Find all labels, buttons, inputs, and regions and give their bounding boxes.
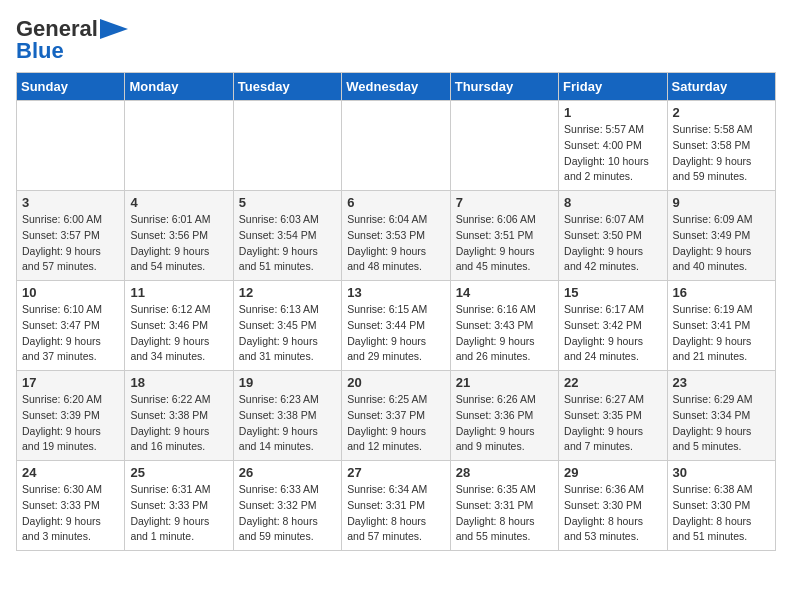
day-number: 14 xyxy=(456,285,553,300)
calendar-cell xyxy=(17,101,125,191)
day-info: Sunrise: 6:00 AM Sunset: 3:57 PM Dayligh… xyxy=(22,212,119,275)
day-number: 26 xyxy=(239,465,336,480)
day-info: Sunrise: 6:30 AM Sunset: 3:33 PM Dayligh… xyxy=(22,482,119,545)
day-info: Sunrise: 6:31 AM Sunset: 3:33 PM Dayligh… xyxy=(130,482,227,545)
calendar-cell: 21Sunrise: 6:26 AM Sunset: 3:36 PM Dayli… xyxy=(450,371,558,461)
calendar-cell: 2Sunrise: 5:58 AM Sunset: 3:58 PM Daylig… xyxy=(667,101,775,191)
calendar-cell: 24Sunrise: 6:30 AM Sunset: 3:33 PM Dayli… xyxy=(17,461,125,551)
day-info: Sunrise: 6:20 AM Sunset: 3:39 PM Dayligh… xyxy=(22,392,119,455)
calendar-cell: 17Sunrise: 6:20 AM Sunset: 3:39 PM Dayli… xyxy=(17,371,125,461)
week-row-0: 1Sunrise: 5:57 AM Sunset: 4:00 PM Daylig… xyxy=(17,101,776,191)
day-number: 2 xyxy=(673,105,770,120)
day-number: 4 xyxy=(130,195,227,210)
calendar-cell: 4Sunrise: 6:01 AM Sunset: 3:56 PM Daylig… xyxy=(125,191,233,281)
day-info: Sunrise: 6:27 AM Sunset: 3:35 PM Dayligh… xyxy=(564,392,661,455)
day-info: Sunrise: 6:07 AM Sunset: 3:50 PM Dayligh… xyxy=(564,212,661,275)
calendar-table: SundayMondayTuesdayWednesdayThursdayFrid… xyxy=(16,72,776,551)
calendar-cell: 13Sunrise: 6:15 AM Sunset: 3:44 PM Dayli… xyxy=(342,281,450,371)
calendar-cell: 29Sunrise: 6:36 AM Sunset: 3:30 PM Dayli… xyxy=(559,461,667,551)
day-number: 22 xyxy=(564,375,661,390)
calendar-cell: 16Sunrise: 6:19 AM Sunset: 3:41 PM Dayli… xyxy=(667,281,775,371)
calendar-cell: 22Sunrise: 6:27 AM Sunset: 3:35 PM Dayli… xyxy=(559,371,667,461)
day-info: Sunrise: 6:19 AM Sunset: 3:41 PM Dayligh… xyxy=(673,302,770,365)
day-number: 20 xyxy=(347,375,444,390)
day-info: Sunrise: 6:17 AM Sunset: 3:42 PM Dayligh… xyxy=(564,302,661,365)
day-info: Sunrise: 5:58 AM Sunset: 3:58 PM Dayligh… xyxy=(673,122,770,185)
calendar-cell: 18Sunrise: 6:22 AM Sunset: 3:38 PM Dayli… xyxy=(125,371,233,461)
weekday-sunday: Sunday xyxy=(17,73,125,101)
calendar-cell xyxy=(342,101,450,191)
calendar-cell: 19Sunrise: 6:23 AM Sunset: 3:38 PM Dayli… xyxy=(233,371,341,461)
day-info: Sunrise: 6:23 AM Sunset: 3:38 PM Dayligh… xyxy=(239,392,336,455)
week-row-2: 10Sunrise: 6:10 AM Sunset: 3:47 PM Dayli… xyxy=(17,281,776,371)
day-number: 13 xyxy=(347,285,444,300)
day-info: Sunrise: 6:13 AM Sunset: 3:45 PM Dayligh… xyxy=(239,302,336,365)
day-number: 7 xyxy=(456,195,553,210)
calendar-cell: 23Sunrise: 6:29 AM Sunset: 3:34 PM Dayli… xyxy=(667,371,775,461)
day-info: Sunrise: 6:10 AM Sunset: 3:47 PM Dayligh… xyxy=(22,302,119,365)
day-number: 9 xyxy=(673,195,770,210)
calendar-cell: 28Sunrise: 6:35 AM Sunset: 3:31 PM Dayli… xyxy=(450,461,558,551)
calendar-cell: 27Sunrise: 6:34 AM Sunset: 3:31 PM Dayli… xyxy=(342,461,450,551)
day-info: Sunrise: 6:15 AM Sunset: 3:44 PM Dayligh… xyxy=(347,302,444,365)
calendar-cell: 8Sunrise: 6:07 AM Sunset: 3:50 PM Daylig… xyxy=(559,191,667,281)
day-number: 27 xyxy=(347,465,444,480)
day-number: 17 xyxy=(22,375,119,390)
week-row-4: 24Sunrise: 6:30 AM Sunset: 3:33 PM Dayli… xyxy=(17,461,776,551)
calendar-cell: 10Sunrise: 6:10 AM Sunset: 3:47 PM Dayli… xyxy=(17,281,125,371)
logo: General Blue xyxy=(16,16,128,64)
day-info: Sunrise: 6:33 AM Sunset: 3:32 PM Dayligh… xyxy=(239,482,336,545)
calendar-cell: 12Sunrise: 6:13 AM Sunset: 3:45 PM Dayli… xyxy=(233,281,341,371)
calendar-cell xyxy=(125,101,233,191)
day-number: 21 xyxy=(456,375,553,390)
day-number: 18 xyxy=(130,375,227,390)
day-info: Sunrise: 6:12 AM Sunset: 3:46 PM Dayligh… xyxy=(130,302,227,365)
calendar-cell: 15Sunrise: 6:17 AM Sunset: 3:42 PM Dayli… xyxy=(559,281,667,371)
week-row-3: 17Sunrise: 6:20 AM Sunset: 3:39 PM Dayli… xyxy=(17,371,776,461)
weekday-saturday: Saturday xyxy=(667,73,775,101)
calendar-cell: 3Sunrise: 6:00 AM Sunset: 3:57 PM Daylig… xyxy=(17,191,125,281)
header: General Blue xyxy=(16,16,776,64)
day-info: Sunrise: 6:04 AM Sunset: 3:53 PM Dayligh… xyxy=(347,212,444,275)
weekday-wednesday: Wednesday xyxy=(342,73,450,101)
day-number: 10 xyxy=(22,285,119,300)
day-number: 23 xyxy=(673,375,770,390)
calendar-cell: 9Sunrise: 6:09 AM Sunset: 3:49 PM Daylig… xyxy=(667,191,775,281)
logo-icon xyxy=(100,19,128,39)
day-info: Sunrise: 6:06 AM Sunset: 3:51 PM Dayligh… xyxy=(456,212,553,275)
calendar-cell: 14Sunrise: 6:16 AM Sunset: 3:43 PM Dayli… xyxy=(450,281,558,371)
weekday-header: SundayMondayTuesdayWednesdayThursdayFrid… xyxy=(17,73,776,101)
day-number: 5 xyxy=(239,195,336,210)
day-number: 25 xyxy=(130,465,227,480)
day-info: Sunrise: 6:38 AM Sunset: 3:30 PM Dayligh… xyxy=(673,482,770,545)
day-number: 11 xyxy=(130,285,227,300)
calendar-cell: 5Sunrise: 6:03 AM Sunset: 3:54 PM Daylig… xyxy=(233,191,341,281)
weekday-thursday: Thursday xyxy=(450,73,558,101)
weekday-monday: Monday xyxy=(125,73,233,101)
day-info: Sunrise: 5:57 AM Sunset: 4:00 PM Dayligh… xyxy=(564,122,661,185)
weekday-tuesday: Tuesday xyxy=(233,73,341,101)
day-info: Sunrise: 6:09 AM Sunset: 3:49 PM Dayligh… xyxy=(673,212,770,275)
day-number: 16 xyxy=(673,285,770,300)
calendar-body: 1Sunrise: 5:57 AM Sunset: 4:00 PM Daylig… xyxy=(17,101,776,551)
day-info: Sunrise: 6:29 AM Sunset: 3:34 PM Dayligh… xyxy=(673,392,770,455)
day-info: Sunrise: 6:01 AM Sunset: 3:56 PM Dayligh… xyxy=(130,212,227,275)
day-number: 8 xyxy=(564,195,661,210)
day-number: 19 xyxy=(239,375,336,390)
calendar-cell: 30Sunrise: 6:38 AM Sunset: 3:30 PM Dayli… xyxy=(667,461,775,551)
day-number: 30 xyxy=(673,465,770,480)
calendar-cell: 6Sunrise: 6:04 AM Sunset: 3:53 PM Daylig… xyxy=(342,191,450,281)
svg-marker-0 xyxy=(100,19,128,39)
day-info: Sunrise: 6:26 AM Sunset: 3:36 PM Dayligh… xyxy=(456,392,553,455)
calendar-cell: 20Sunrise: 6:25 AM Sunset: 3:37 PM Dayli… xyxy=(342,371,450,461)
day-number: 1 xyxy=(564,105,661,120)
weekday-friday: Friday xyxy=(559,73,667,101)
calendar-cell: 7Sunrise: 6:06 AM Sunset: 3:51 PM Daylig… xyxy=(450,191,558,281)
day-number: 28 xyxy=(456,465,553,480)
day-number: 29 xyxy=(564,465,661,480)
calendar-cell: 1Sunrise: 5:57 AM Sunset: 4:00 PM Daylig… xyxy=(559,101,667,191)
day-info: Sunrise: 6:34 AM Sunset: 3:31 PM Dayligh… xyxy=(347,482,444,545)
calendar-cell xyxy=(233,101,341,191)
logo-blue: Blue xyxy=(16,38,64,64)
day-number: 24 xyxy=(22,465,119,480)
